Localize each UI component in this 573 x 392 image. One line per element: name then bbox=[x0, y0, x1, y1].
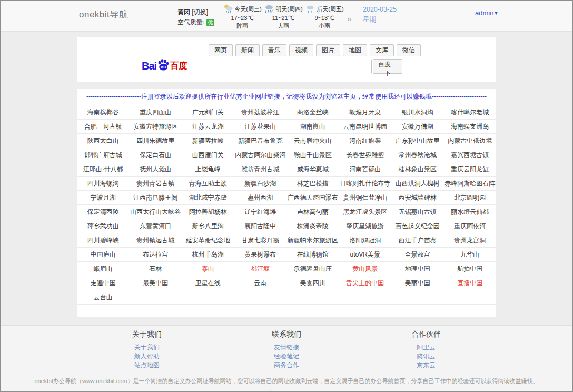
nav-link[interactable]: 重庆阿依河 bbox=[444, 219, 497, 233]
nav-link[interactable]: 桂林象山景区 bbox=[391, 162, 444, 176]
nav-link[interactable]: 安徽方特旅游区 bbox=[130, 120, 182, 133]
nav-link[interactable]: 卫星在线 bbox=[182, 276, 234, 290]
nav-link[interactable]: 新疆帕米尔旅游区 bbox=[286, 233, 339, 247]
nav-link[interactable]: 青海互助土族 bbox=[182, 177, 234, 190]
nav-link[interactable]: 内蒙古中俄边境 bbox=[444, 134, 497, 148]
nav-link[interactable]: 惠州西湖 bbox=[234, 191, 287, 204]
nav-link[interactable]: 河南红旗渠 bbox=[339, 134, 392, 148]
nav-link[interactable]: 嘉兴西塘古镇 bbox=[444, 148, 497, 162]
nav-link[interactable]: 美丽中国 bbox=[391, 276, 444, 290]
nav-link[interactable]: 常州春秋淹城 bbox=[391, 148, 444, 162]
nav-link[interactable]: 布达拉宫 bbox=[130, 248, 182, 261]
nav-link[interactable]: 航拍中国 bbox=[444, 262, 497, 276]
nav-link[interactable]: 株洲炎帝陵 bbox=[286, 219, 339, 233]
nav-link[interactable]: 在线博物馆 bbox=[286, 248, 339, 261]
nav-link[interactable]: 泰山 bbox=[182, 262, 234, 276]
search-tab-音乐[interactable]: 音乐 bbox=[262, 44, 286, 56]
footer-link[interactable]: 阿里云 bbox=[357, 343, 496, 352]
nav-link[interactable]: 云南昆明世博园 bbox=[339, 120, 392, 133]
nav-link[interactable]: 黄山风景 bbox=[339, 262, 392, 276]
nav-link[interactable]: 日喀则扎什伦布寺 bbox=[339, 177, 392, 190]
nav-link[interactable]: 走遍中国 bbox=[77, 276, 130, 290]
nav-link[interactable]: 新乡八里沟 bbox=[182, 219, 234, 233]
nav-link[interactable]: 吉林高句丽 bbox=[286, 205, 339, 219]
footer-link[interactable]: 商务合作 bbox=[216, 361, 356, 370]
nav-link[interactable]: 云台山 bbox=[77, 290, 130, 304]
nav-link[interactable]: 威海华夏城 bbox=[286, 162, 339, 176]
nav-link[interactable]: 都江堰 bbox=[234, 262, 287, 276]
weather-more-arrow-icon[interactable]: » bbox=[347, 14, 351, 23]
nav-link[interactable]: 杭州千岛湖 bbox=[182, 248, 234, 261]
user-menu[interactable]: admin▼ bbox=[475, 9, 498, 17]
nav-link[interactable]: 美食四川 bbox=[286, 276, 339, 290]
nav-link[interactable]: 喀什噶尔老城 bbox=[444, 105, 497, 119]
nav-link[interactable]: 保定白石山 bbox=[130, 148, 182, 162]
nav-link[interactable]: 长春世界雕塑 bbox=[339, 148, 392, 162]
nav-link[interactable]: 北京圆明园 bbox=[444, 191, 497, 204]
nav-link[interactable]: 广西德天跨国瀑布 bbox=[286, 191, 339, 204]
nav-link[interactable]: 安徽万佛湖 bbox=[391, 120, 444, 133]
nav-link[interactable]: 湖南崀山 bbox=[286, 120, 339, 133]
nav-link[interactable]: 邯郸广府古城 bbox=[77, 148, 130, 162]
nav-link[interactable]: 江苏云龙湖 bbox=[182, 120, 234, 133]
nav-link[interactable]: 九华山 bbox=[444, 248, 497, 261]
footer-link[interactable]: 关于我们 bbox=[77, 343, 216, 352]
nav-link[interactable]: 云南腾冲火山 bbox=[286, 134, 339, 148]
nav-link[interactable]: 重庆云阳龙缸 bbox=[444, 162, 497, 176]
nav-link[interactable]: 山西雁门关 bbox=[182, 148, 234, 162]
nav-link[interactable]: 贵州青岩古镇 bbox=[130, 177, 182, 190]
nav-link[interactable]: 贵州荔波樟江 bbox=[234, 105, 287, 119]
nav-link[interactable]: 地理中国 bbox=[391, 262, 444, 276]
search-input[interactable] bbox=[187, 60, 372, 73]
footer-link[interactable]: 站点地图 bbox=[77, 361, 216, 370]
nav-link[interactable]: 银川水洞沟 bbox=[391, 105, 444, 119]
nav-link[interactable]: 新疆巴音布鲁克 bbox=[234, 134, 287, 148]
nav-link[interactable]: 内蒙古阿尔山柴河 bbox=[234, 148, 287, 162]
nav-link[interactable]: 百色起义纪念园 bbox=[391, 219, 444, 233]
nav-link[interactable]: 贵州铜仁梵净山 bbox=[339, 191, 392, 204]
search-tab-微信[interactable]: 微信 bbox=[397, 44, 421, 56]
nav-link[interactable]: 西江千户苗寨 bbox=[391, 233, 444, 247]
nav-link[interactable]: 无锡惠山古镇 bbox=[391, 205, 444, 219]
nav-link[interactable]: 山西太行山大峡谷 bbox=[130, 205, 182, 219]
baidu-logo[interactable]: Bai du 百度 bbox=[142, 58, 187, 73]
search-tab-网页[interactable]: 网页 bbox=[209, 44, 233, 56]
nav-link[interactable]: 肇庆星湖旅游 bbox=[339, 219, 392, 233]
nav-link[interactable]: 湖北咸宁赤壁 bbox=[182, 191, 234, 204]
nav-link[interactable]: 全景故宫 bbox=[391, 248, 444, 261]
nav-link[interactable]: 贵州龙宫洞 bbox=[444, 233, 497, 247]
nav-link[interactable]: 海南蜈支洲岛 bbox=[444, 120, 497, 133]
nav-link[interactable]: 辽宁红海滩 bbox=[234, 205, 287, 219]
nav-link[interactable]: 峨眉山 bbox=[77, 262, 130, 276]
nav-link[interactable]: 西安城墙碑林 bbox=[391, 191, 444, 204]
nav-link[interactable]: 抚州大觉山 bbox=[130, 162, 182, 176]
search-tab-地图[interactable]: 地图 bbox=[343, 44, 367, 56]
nav-link[interactable]: utoVR美景 bbox=[339, 248, 392, 261]
nav-link[interactable]: 云南 bbox=[234, 276, 287, 290]
nav-link[interactable]: 山西洪洞大槐树 bbox=[391, 177, 444, 190]
nav-link[interactable]: 四川朱德故里 bbox=[130, 134, 182, 148]
city-switch-link[interactable]: [切换] bbox=[192, 8, 208, 16]
nav-link[interactable]: 甘肃七彩丹霞 bbox=[234, 233, 287, 247]
nav-link[interactable]: 丽水缙云仙都 bbox=[444, 205, 497, 219]
nav-link[interactable]: 阿拉善胡杨林 bbox=[182, 205, 234, 219]
nav-link[interactable]: 河南芒砀山 bbox=[339, 162, 392, 176]
nav-link[interactable]: 赤峰阿斯哈图石阵 bbox=[444, 177, 497, 190]
nav-link[interactable]: 江西南昌滕王阁 bbox=[130, 191, 182, 204]
nav-link[interactable]: 洛阳鸡冠洞 bbox=[339, 233, 392, 247]
nav-link[interactable]: 四川碧峰峡 bbox=[77, 233, 130, 247]
nav-link[interactable]: 贵州镇远古城 bbox=[130, 233, 182, 247]
nav-link[interactable]: 陕西太白山 bbox=[77, 134, 130, 148]
nav-link[interactable]: 黑龙江虎头景区 bbox=[339, 205, 392, 219]
nav-link[interactable]: 保定清西陵 bbox=[77, 205, 130, 219]
nav-link[interactable]: 重庆四面山 bbox=[130, 105, 182, 119]
search-tab-新闻[interactable]: 新闻 bbox=[235, 44, 260, 56]
search-tab-文库[interactable]: 文库 bbox=[370, 44, 394, 56]
nav-link[interactable]: 最美中国 bbox=[130, 276, 182, 290]
footer-link[interactable]: 腾讯云 bbox=[357, 352, 496, 361]
nav-link[interactable]: 广元剑门关 bbox=[182, 105, 234, 119]
search-tab-图片[interactable]: 图片 bbox=[316, 44, 340, 56]
nav-link[interactable]: 鞍山千山景区 bbox=[286, 148, 339, 162]
nav-link[interactable]: 上饶龟峰 bbox=[182, 162, 234, 176]
nav-link[interactable]: 直播中国 bbox=[444, 276, 497, 290]
